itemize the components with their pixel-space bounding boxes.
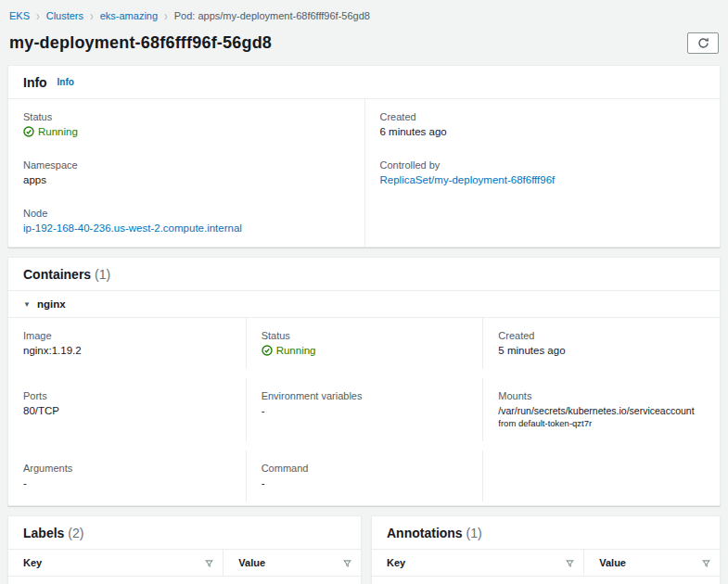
- labels-card-title: Labels: [23, 526, 64, 540]
- labels-card: Labels (2) Key: [7, 515, 362, 584]
- created-value: 6 minutes ago: [380, 126, 706, 137]
- container-created-field: Created 5 minutes ago: [482, 318, 720, 369]
- env-label: Environment variables: [262, 390, 470, 401]
- breadcrumb-separator-icon: ›: [36, 8, 40, 23]
- caret-down-icon: ▼: [23, 300, 31, 309]
- container-details-row-2: Ports 80/TCP Environment variables - Mou…: [8, 378, 720, 441]
- command-label: Command: [262, 463, 470, 474]
- env-value: -: [262, 405, 470, 416]
- page-title: my-deployment-68f6fff96f-56gd8: [9, 33, 272, 53]
- container-details-row-1: Image nginx:1.19.2 Status Running Create…: [8, 318, 720, 369]
- annotations-card: Annotations (1) Key: [371, 515, 721, 584]
- container-created-value: 5 minutes ago: [498, 345, 707, 356]
- annotations-count: (1): [466, 526, 482, 540]
- table-row: kubernetes.io/psp eks.privileged: [372, 577, 720, 584]
- node-link[interactable]: ip-192-168-40-236.us-west-2.compute.inte…: [23, 222, 350, 234]
- breadcrumb-link-eks[interactable]: EKS: [9, 10, 30, 21]
- table-row: app my-app: [8, 577, 361, 584]
- title-row: my-deployment-68f6fff96f-56gd8: [9, 32, 719, 54]
- breadcrumb-separator-icon: ›: [90, 8, 94, 23]
- controlled-by-label: Controlled by: [380, 159, 706, 171]
- breadcrumb-separator-icon: ›: [164, 8, 168, 23]
- image-label: Image: [23, 330, 233, 341]
- info-card: Info Info Status Running: [7, 65, 721, 248]
- filter-icon[interactable]: [566, 559, 574, 567]
- namespace-label: Namespace: [23, 159, 350, 171]
- containers-card-header: Containers (1): [8, 258, 720, 291]
- status-field: Status Running: [23, 111, 350, 137]
- annotations-card-header: Annotations (1): [372, 516, 720, 550]
- env-field: Environment variables -: [246, 378, 483, 441]
- breadcrumb: EKS › Clusters › eks-amazing › Pod: apps…: [7, 7, 721, 21]
- labels-value-header: Value: [224, 550, 361, 577]
- breadcrumb-link-clusters[interactable]: Clusters: [46, 10, 83, 21]
- status-label: Status: [23, 111, 350, 122]
- check-circle-icon: [23, 126, 34, 137]
- image-value: nginx:1.19.2: [23, 345, 233, 356]
- label-value-cell: my-app: [224, 577, 361, 584]
- node-field: Node ip-192-168-40-236.us-west-2.compute…: [23, 208, 350, 234]
- annotations-card-title: Annotations: [387, 526, 463, 540]
- labels-key-header: Key: [8, 550, 224, 577]
- image-field: Image nginx:1.19.2: [8, 318, 246, 369]
- container-details-row-3: Arguments - Command -: [8, 451, 720, 505]
- mounts-field: Mounts /var/run/secrets/kubernetes.io/se…: [482, 378, 720, 441]
- created-field: Created 6 minutes ago: [380, 111, 706, 137]
- mounts-sub: from default-token-qzt7r: [498, 418, 707, 428]
- filter-icon[interactable]: [702, 559, 710, 567]
- mounts-value: /var/run/secrets/kubernetes.io/serviceac…: [498, 405, 707, 416]
- page: EKS › Clusters › eks-amazing › Pod: apps…: [0, 0, 728, 584]
- controlled-by-link[interactable]: ReplicaSet/my-deployment-68f6fff96f: [380, 174, 706, 185]
- annotation-value-cell: eks.privileged: [584, 577, 720, 584]
- bottom-row: Labels (2) Key: [7, 515, 721, 584]
- annotations-table: Key Value: [372, 550, 720, 584]
- refresh-button[interactable]: [687, 32, 719, 54]
- check-circle-icon: [262, 345, 273, 356]
- empty-cell: [482, 451, 720, 501]
- arguments-field: Arguments -: [8, 451, 246, 501]
- annotations-value-header: Value: [584, 550, 720, 577]
- arguments-label: Arguments: [23, 463, 233, 474]
- info-help-link[interactable]: Info: [57, 77, 74, 87]
- filter-icon[interactable]: [343, 559, 351, 567]
- controlled-by-field: Controlled by ReplicaSet/my-deployment-6…: [380, 159, 706, 185]
- container-created-label: Created: [498, 330, 707, 341]
- annotations-key-header: Key: [372, 550, 584, 577]
- info-card-body: Status Running Namespace apps: [8, 99, 720, 247]
- label-key-cell: app: [8, 577, 224, 584]
- namespace-value: apps: [23, 174, 350, 185]
- command-field: Command -: [246, 451, 483, 501]
- info-right-column: Created 6 minutes ago Controlled by Repl…: [364, 99, 721, 247]
- mounts-label: Mounts: [498, 390, 707, 401]
- container-name: nginx: [37, 298, 66, 310]
- labels-count: (2): [68, 526, 83, 540]
- ports-label: Ports: [23, 390, 233, 401]
- info-card-title: Info: [23, 75, 47, 90]
- container-expander-nginx[interactable]: ▼ nginx: [8, 291, 720, 318]
- containers-card-title: Containers: [23, 267, 91, 282]
- ports-value: 80/TCP: [23, 405, 233, 416]
- command-value: -: [262, 477, 470, 489]
- container-status-label: Status: [262, 330, 470, 341]
- containers-count: (1): [95, 267, 110, 282]
- containers-card: Containers (1) ▼ nginx Image nginx:1.19.…: [7, 257, 721, 506]
- labels-card-header: Labels (2): [8, 516, 361, 550]
- arguments-value: -: [23, 477, 233, 489]
- breadcrumb-link-cluster-name[interactable]: eks-amazing: [100, 10, 158, 21]
- filter-icon[interactable]: [205, 559, 213, 567]
- container-status-value: Running: [262, 345, 470, 356]
- container-status-field: Status Running: [246, 318, 483, 369]
- info-card-header: Info Info: [8, 66, 720, 99]
- status-value: Running: [23, 126, 350, 137]
- info-left-column: Status Running Namespace apps: [8, 99, 364, 247]
- refresh-icon: [697, 37, 709, 49]
- node-label: Node: [23, 208, 350, 219]
- labels-table: Key Value: [8, 550, 361, 584]
- namespace-field: Namespace apps: [23, 159, 350, 185]
- breadcrumb-current: Pod: apps/my-deployment-68f6fff96f-56gd8: [174, 10, 370, 21]
- ports-field: Ports 80/TCP: [8, 378, 246, 441]
- created-label: Created: [380, 111, 706, 122]
- annotation-key-cell: kubernetes.io/psp: [372, 577, 584, 584]
